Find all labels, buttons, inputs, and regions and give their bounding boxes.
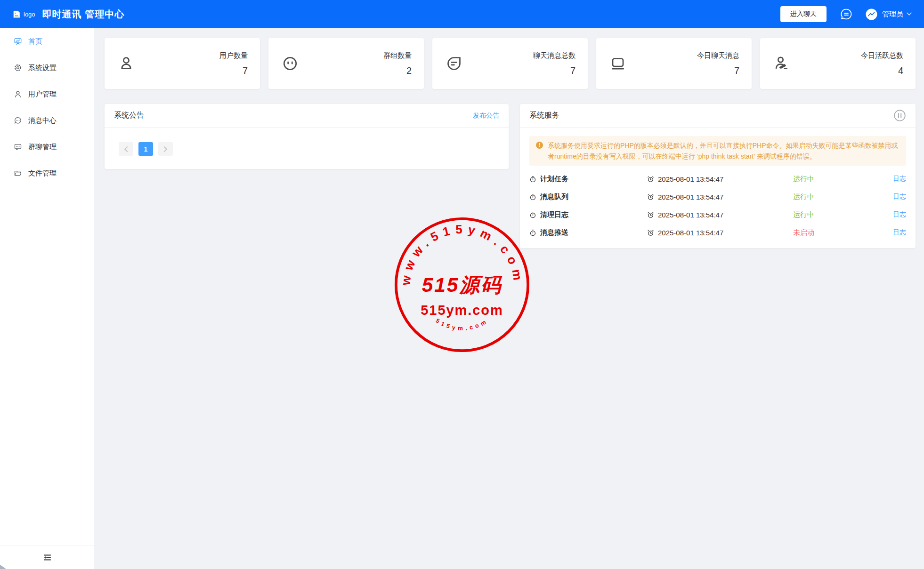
log-link[interactable]: 日志 [893,210,906,219]
smiley-icon [281,54,300,73]
sidebar-item-label: 用户管理 [28,90,57,99]
stat-card-groups: 群组数量 2 [268,38,424,89]
sidebar-item-label: 消息中心 [28,116,57,125]
chat-message-icon[interactable] [840,8,853,21]
service-name: 计划任务 [540,175,568,184]
sidebar-menu: 首页 系统设置 用户管理 [0,28,94,545]
sidebar: 首页 系统设置 用户管理 [0,28,94,569]
service-time: 2025-08-01 13:54:47 [658,211,723,219]
service-status: 运行中 [793,192,893,201]
chat-square-icon [14,143,22,151]
log-link[interactable]: 日志 [893,175,906,183]
active-user-icon [772,54,791,73]
chat-round-icon [14,116,22,125]
service-name: 消息队列 [540,192,568,201]
dashboard-icon [14,37,22,46]
announcement-panel: 系统公告 发布公告 1 [105,104,509,169]
chat-bubble-icon [445,54,463,73]
service-row: 计划任务 2025-08-01 13:54:47 运行中 日志 [529,170,906,188]
publish-announcement-link[interactable]: 发布公告 [473,112,499,120]
main-content: 用户数量 7 群组数量 2 聊天 [94,28,924,569]
service-row: 清理日志 2025-08-01 13:54:47 运行中 日志 [529,206,906,224]
stat-cards: 用户数量 7 群组数量 2 聊天 [105,38,916,89]
app-title: 即时通讯 管理中心 [42,8,125,21]
stat-label: 群组数量 [383,51,412,60]
service-row: 消息队列 2025-08-01 13:54:47 运行中 日志 [529,188,906,206]
pagination-page-1[interactable]: 1 [138,142,153,156]
stat-label: 聊天消息总数 [533,51,575,60]
stopwatch-icon [529,229,536,236]
warning-text: 系统服务使用要求运行的PHP的版本必须是默认的，并且可以直接执行PHP命令。如果… [548,140,900,161]
sidebar-item-messages[interactable]: 消息中心 [0,107,94,134]
messenger-icon[interactable] [865,8,878,21]
services-panel: 系统服务 ! 系统服务使用要求运行的PHP的版本必须是默认的，并且可以直接执行P… [520,104,916,248]
service-list: 计划任务 2025-08-01 13:54:47 运行中 日志 消息队列 [520,166,916,241]
service-status: 运行中 [793,175,893,184]
sidebar-item-label: 文件管理 [28,169,57,178]
admin-dropdown[interactable]: 管理员 [882,10,912,19]
service-row: 消息推送 2025-08-01 13:54:47 未启动 日志 [529,224,906,241]
sidebar-item-settings[interactable]: 系统设置 [0,55,94,81]
sidebar-item-group-chat[interactable]: 群聊管理 [0,134,94,160]
stopwatch-icon [529,211,536,218]
service-name: 消息推送 [540,228,568,237]
stat-card-active-today: 今日活跃总数 4 [760,38,916,89]
chevron-right-icon [163,146,168,152]
service-time: 2025-08-01 13:54:47 [658,193,723,201]
announcement-panel-title: 系统公告 [114,111,144,120]
pause-icon[interactable] [893,109,906,122]
sidebar-item-label: 群聊管理 [28,143,57,152]
alarm-clock-icon [647,229,654,236]
chevron-down-icon [907,12,912,16]
stat-card-today-messages: 今日聊天消息 7 [596,38,752,89]
folder-icon [14,169,22,177]
header-actions: 进入聊天 管理员 [780,6,912,22]
sidebar-collapse-icon[interactable] [43,553,52,562]
service-status: 运行中 [793,210,893,219]
stat-label: 今日活跃总数 [861,51,903,60]
log-link[interactable]: 日志 [893,192,906,201]
alarm-clock-icon [647,176,654,183]
service-status: 未启动 [793,228,893,237]
sidebar-item-label: 首页 [28,37,42,46]
stat-label: 今日聊天消息 [697,51,739,60]
stat-card-total-messages: 聊天消息总数 7 [432,38,588,89]
service-time: 2025-08-01 13:54:47 [658,175,723,183]
log-link[interactable]: 日志 [893,228,906,237]
sidebar-item-label: 系统设置 [28,64,57,72]
sidebar-item-home[interactable]: 首页 [0,28,94,55]
sidebar-item-users[interactable]: 用户管理 [0,81,94,107]
sidebar-footer [0,545,94,569]
stopwatch-icon [529,176,536,183]
sidebar-item-files[interactable]: 文件管理 [0,160,94,186]
pagination: 1 [119,142,509,156]
stat-value: 2 [383,65,412,76]
user-icon [117,54,136,73]
stat-value: 4 [861,65,903,76]
broken-image-icon [12,10,21,19]
stat-value: 7 [697,65,739,76]
pagination-next-button[interactable] [158,142,173,156]
service-time: 2025-08-01 13:54:47 [658,229,723,237]
enter-chat-button[interactable]: 进入聊天 [780,6,827,22]
logo-alt-text: logo [24,11,35,18]
gear-icon [14,64,22,72]
service-name: 清理日志 [540,210,568,219]
user-icon [14,90,22,98]
brand: logo 即时通讯 管理中心 [12,8,124,21]
warning-icon: ! [536,142,543,149]
stopwatch-icon [529,193,536,200]
admin-label: 管理员 [882,10,903,19]
stat-card-users: 用户数量 7 [105,38,260,89]
stat-label: 用户数量 [219,51,248,60]
top-header: logo 即时通讯 管理中心 进入聊天 管理员 [0,0,924,28]
pagination-prev-button[interactable] [119,142,133,156]
php-warning-alert: ! 系统服务使用要求运行的PHP的版本必须是默认的，并且可以直接执行PHP命令。… [529,136,906,166]
stat-value: 7 [533,65,575,76]
services-panel-title: 系统服务 [529,111,559,120]
chevron-left-icon [124,146,128,152]
stat-value: 7 [219,65,248,76]
alarm-clock-icon [647,193,654,200]
alarm-clock-icon [647,211,654,218]
monitor-icon [608,54,627,73]
